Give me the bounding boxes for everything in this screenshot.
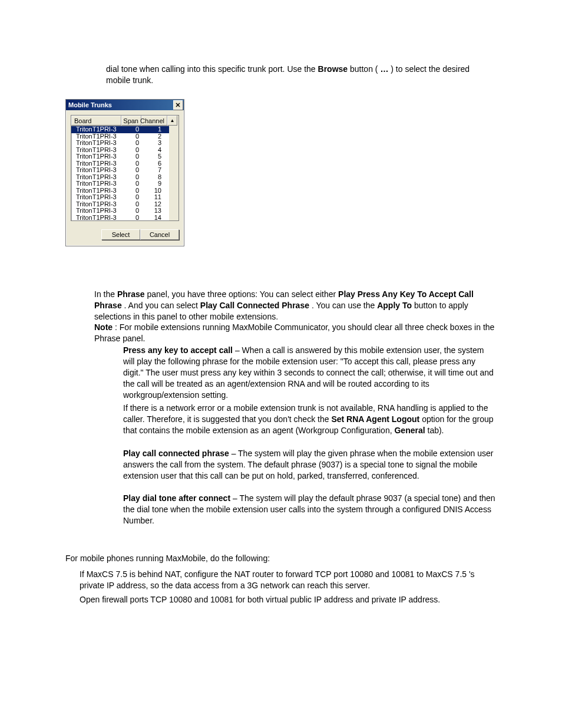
text: . And you can select [124, 301, 200, 310]
cell-span: 0 [121, 194, 141, 201]
cell-board: TritonT1PRI-3 [71, 140, 121, 147]
table-row[interactable]: TritonT1PRI-301 [71, 126, 178, 133]
close-icon[interactable] [173, 100, 183, 110]
bold: Set RNA Agent Logout [331, 414, 419, 424]
cell-board: TritonT1PRI-3 [71, 207, 121, 215]
paragraph-top: dial tone when calling into this specifi… [106, 64, 495, 86]
cell-span: 0 [121, 126, 141, 133]
cell-board: TritonT1PRI-3 [71, 167, 121, 174]
scrollbar[interactable] [169, 126, 178, 220]
paragraph-maxmobile: For mobile phones running MaxMobile, do … [65, 553, 497, 564]
text: dial tone when calling into this specifi… [106, 64, 318, 74]
table-row[interactable]: TritonT1PRI-305 [71, 153, 178, 160]
cell-channel: 7 [141, 167, 167, 174]
paragraph-connected: Play call connected phrase – The system … [123, 448, 497, 482]
ellipsis: … [380, 64, 388, 74]
scroll-up-icon[interactable]: ▲ [167, 116, 177, 126]
cell-channel: 2 [141, 133, 167, 140]
paragraph-rna: If there is a network error or a mobile … [123, 403, 497, 436]
table-row[interactable]: TritonT1PRI-307 [71, 167, 178, 174]
mobile-trunks-dialog: Mobile Trunks Board Span Channel ▲ Trito… [65, 99, 184, 246]
paragraph-note: Note : For mobile extensions running Max… [94, 322, 496, 344]
bold: Play call connected phrase [123, 449, 229, 458]
table-row[interactable]: TritonT1PRI-3011 [71, 194, 178, 201]
table-row[interactable]: TritonT1PRI-303 [71, 140, 178, 147]
cell-channel: 14 [141, 215, 167, 222]
cell-board: TritonT1PRI-3 [71, 194, 121, 201]
text: . You can use the [312, 301, 377, 310]
table-row[interactable]: TritonT1PRI-3014 [71, 215, 178, 222]
bold: Press any key to accept call [123, 345, 233, 355]
text: In the [94, 289, 117, 299]
text: panel, you have three options: You can s… [147, 289, 339, 299]
cell-span: 0 [121, 180, 141, 187]
cell-span: 0 [121, 215, 141, 222]
bold: Phrase [117, 289, 145, 299]
cell-channel: 4 [141, 147, 167, 154]
cell-channel: 6 [141, 160, 167, 167]
paragraph-phrase-panel: In the Phrase panel, you have three opti… [94, 289, 496, 322]
paragraph-dialtone: Play dial tone after connect – The syste… [123, 493, 497, 526]
list-rows: TritonT1PRI-301TritonT1PRI-302TritonT1PR… [71, 126, 178, 221]
dialog-title: Mobile Trunks [68, 101, 112, 108]
dialog-titlebar: Mobile Trunks [66, 100, 184, 110]
bold: Apply To [377, 301, 412, 310]
dialog-buttons: Select Cancel [66, 226, 184, 246]
header-channel[interactable]: Channel [141, 116, 167, 126]
text: tab). [428, 426, 444, 435]
paragraph-nat: If MaxCS 7.5 is behind NAT, configure th… [80, 569, 497, 591]
table-row[interactable]: TritonT1PRI-309 [71, 180, 178, 187]
bold: General [394, 426, 425, 435]
select-button[interactable]: Select [101, 229, 140, 240]
cell-channel: 11 [141, 194, 167, 201]
cell-board: TritonT1PRI-3 [71, 126, 121, 133]
cell-channel: 8 [141, 174, 167, 181]
list-headers: Board Span Channel ▲ [71, 116, 178, 126]
cell-board: TritonT1PRI-3 [71, 215, 121, 222]
cell-channel: 3 [141, 140, 167, 147]
bold: Play dial tone after connect [123, 493, 230, 503]
cell-span: 0 [121, 140, 141, 147]
cell-channel: 5 [141, 153, 167, 160]
cell-span: 0 [121, 167, 141, 174]
header-span[interactable]: Span [121, 116, 141, 126]
note-label: Note [94, 322, 113, 332]
cell-channel: 9 [141, 180, 167, 187]
bold-browse: Browse [318, 64, 348, 74]
header-board[interactable]: Board [71, 116, 121, 126]
cancel-button[interactable]: Cancel [140, 229, 179, 240]
cell-channel: 13 [141, 207, 167, 215]
text: button ( [350, 64, 380, 74]
trunk-list[interactable]: Board Span Channel ▲ TritonT1PRI-301Trit… [71, 115, 179, 221]
text: : For mobile extensions running MaxMobil… [94, 322, 494, 343]
cell-board: TritonT1PRI-3 [71, 153, 121, 160]
table-row[interactable]: TritonT1PRI-3013 [71, 207, 178, 215]
bold: Play Call Connected Phrase [200, 301, 309, 310]
paragraph-press-any-key: Press any key to accept call – When a ca… [123, 345, 497, 400]
cell-channel: 1 [141, 126, 167, 133]
cell-board: TritonT1PRI-3 [71, 180, 121, 187]
cell-span: 0 [121, 207, 141, 215]
cell-span: 0 [121, 153, 141, 160]
paragraph-firewall: Open firewall ports TCP 10080 and 10081 … [80, 594, 497, 605]
